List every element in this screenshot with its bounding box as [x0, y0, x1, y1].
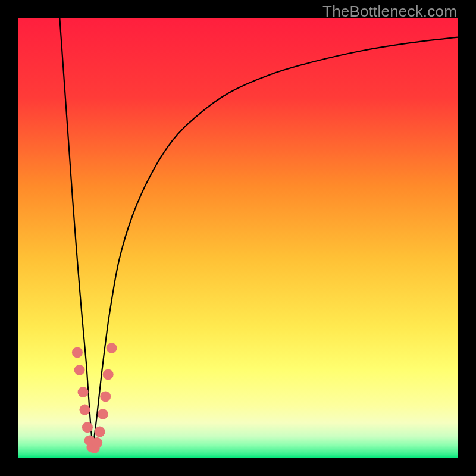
data-point	[72, 347, 83, 358]
data-point	[95, 427, 105, 437]
chart-frame: TheBottleneck.com	[0, 0, 476, 476]
data-point	[74, 365, 85, 375]
data-point	[79, 405, 90, 415]
data-point	[103, 369, 114, 380]
data-point	[92, 437, 102, 448]
data-point	[82, 422, 93, 433]
watermark-text: TheBottleneck.com	[322, 2, 457, 21]
data-point	[78, 387, 89, 397]
data-point	[98, 409, 108, 419]
data-point	[107, 343, 117, 353]
curves-layer	[18, 18, 458, 458]
curve-left-branch	[60, 18, 93, 449]
data-point	[100, 391, 111, 402]
plot-area	[18, 18, 458, 458]
curve-right-branch	[93, 37, 458, 450]
